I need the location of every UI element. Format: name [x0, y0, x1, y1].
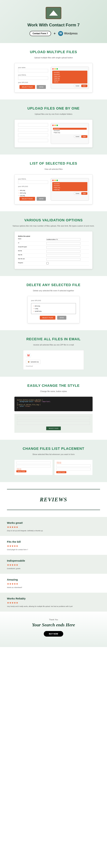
review-stars: ★★★★★: [7, 526, 100, 528]
file-item[interactable]: document2: [53, 185, 87, 187]
review-stars: ★★★★★: [7, 601, 100, 604]
section-delete: DELETE ANY SELECTED FILE Delete any sele…: [0, 276, 107, 330]
review-item: Amazing ★★★★★ Works as Advertised!!: [0, 574, 107, 593]
section-title: VARIOUS VALIDATION OPTIONS: [5, 218, 102, 222]
val-input-id[interactable]: [46, 242, 80, 245]
remove-icon[interactable]: ×: [33, 310, 34, 312]
styled-input[interactable]: [17, 416, 90, 420]
val-label: Name: [18, 238, 46, 241]
code-preview: button.button-primary.qbutton { backgrou…: [15, 397, 92, 411]
val-input-name[interactable]: [46, 238, 80, 241]
product-logo: [46, 7, 61, 19]
buy-now-button[interactable]: BUY NOW: [44, 631, 63, 637]
chip-name: xyzabf.png: [35, 310, 42, 312]
dialog-cancel-button[interactable]: Cancel: [74, 85, 81, 87]
select-button[interactable]: SELECT FILES: [16, 470, 26, 472]
email-preview: M 📦 Uploaded.zip Download: [23, 350, 84, 370]
file-item[interactable]: image2.jpg: [53, 189, 87, 190]
select-files-button[interactable]: SELECT FILES: [20, 197, 35, 201]
review-text: Good plugin for contact form 7: [7, 549, 100, 551]
label-upload: your UPLOAD: [18, 82, 48, 83]
review-stars: ★★★★★: [7, 563, 100, 566]
send-button[interactable]: SEND: [37, 85, 46, 89]
file-item[interactable]: image1.png: [53, 187, 87, 189]
remove-icon[interactable]: ×: [33, 308, 34, 309]
section-desc: Upload files one by one from multiple fo…: [5, 113, 102, 115]
header-section: Work With Contact Form 7 Contact Form 7 …: [0, 0, 107, 43]
file-item[interactable]: document2: [53, 130, 87, 132]
dialog-open-button[interactable]: Open: [81, 135, 87, 138]
dialog-cancel-button[interactable]: Cancel: [74, 192, 81, 195]
wordpress-icon: W: [58, 31, 63, 36]
input-row[interactable]: [18, 128, 48, 132]
placement-input[interactable]: [56, 468, 91, 470]
placement-input[interactable]: [16, 462, 51, 464]
val-input-size[interactable]: [46, 258, 80, 260]
val-input-min[interactable]: [46, 250, 80, 253]
section-placement: CHANGE FILES LIST PLACEMENT Show selecte…: [0, 440, 107, 482]
demo-upload-one: document1 document2 image1.png Cancel Op…: [15, 119, 92, 148]
select-files-button[interactable]: SELECT FILES: [40, 316, 55, 319]
placement-variant-1: × file1.png× file2.png SELECT FILES: [15, 460, 53, 475]
styled-button[interactable]: SELECT FILES: [46, 427, 61, 430]
remove-icon[interactable]: ×: [19, 190, 20, 191]
input-row[interactable]: [18, 123, 48, 127]
remove-icon[interactable]: ×: [19, 195, 20, 196]
section-email: RECEIVE ALL FILES IN EMAIL receive all s…: [0, 330, 107, 377]
file-item-selected[interactable]: document1: [53, 128, 87, 130]
styled-input[interactable]: [17, 421, 90, 425]
download-link[interactable]: Download: [26, 365, 33, 367]
file-item[interactable]: image1.png: [53, 75, 87, 77]
select-button[interactable]: SELECT FILES: [56, 471, 66, 473]
val-label: Required: [18, 262, 46, 265]
input-row[interactable]: [18, 139, 48, 142]
file-item[interactable]: document1: [53, 183, 87, 185]
section-list-files: LIST OF SELECTED FILES View all selected…: [0, 155, 107, 211]
remove-icon[interactable]: ×: [33, 305, 34, 307]
gmail-icon: M: [26, 353, 31, 358]
file-dialog: document1 document2 image1.png image2.jp…: [51, 67, 89, 89]
placement-variant-2: × file1.png× file2.png SELECT FILES: [54, 460, 92, 475]
attachment-chip[interactable]: 📦 Uploaded.zip: [26, 360, 41, 364]
placement-demo: × file1.png× file2.png SELECT FILES × fi…: [15, 460, 92, 475]
delete-files-box: ×abcf.png ×c.png ×xyzabf.png: [31, 303, 76, 314]
review-title: Amazing: [7, 578, 100, 581]
dialog-traffic-lights: [52, 180, 87, 181]
footer-thanks: Thank You: [3, 619, 104, 621]
dialog-open-button[interactable]: Open: [81, 85, 87, 87]
selected-files-list: ×abc.png ×abc1.png ×xyz.png: [18, 189, 48, 197]
review-item: Fits the bill ★★★★★ Good plugin for cont…: [0, 536, 107, 555]
file-chip: ×abc1.png: [18, 192, 48, 194]
val-label: Id: [18, 242, 46, 245]
placement-input[interactable]: [16, 465, 51, 467]
input-email[interactable]: [18, 76, 48, 80]
val-checkbox-required[interactable]: [46, 262, 49, 265]
send-button[interactable]: SEND: [37, 197, 46, 201]
file-item[interactable]: notes.txt: [53, 81, 87, 83]
remove-icon[interactable]: ×: [19, 192, 20, 194]
dialog-traffic-lights: [52, 68, 87, 70]
placement-input[interactable]: [56, 465, 91, 467]
input-name[interactable]: [18, 69, 48, 72]
review-title: Fits the bill: [7, 540, 100, 543]
val-input-types[interactable]: [46, 246, 80, 249]
send-button[interactable]: SEND: [57, 316, 66, 319]
code-line: button.button-primary.qbutton {: [17, 399, 43, 401]
demo-list-files: your EMAIL your UPLOAD ×abc.png ×abc1.pn…: [15, 175, 92, 204]
select-files-button[interactable]: SELECT FILES: [20, 85, 35, 89]
dialog-cancel-button[interactable]: Cancel: [74, 135, 81, 138]
mountain-icon: [49, 10, 58, 16]
section-desc: Change file name, button styles: [5, 390, 102, 392]
file-item[interactable]: design.psd: [53, 79, 87, 81]
review-title: Works great!: [7, 521, 100, 524]
file-item[interactable]: document1: [53, 71, 87, 73]
file-item[interactable]: image1.png: [53, 132, 87, 133]
input-email[interactable]: [18, 180, 48, 184]
dialog-open-button[interactable]: Open: [81, 192, 87, 195]
validation-header: Multiline files upload: [18, 235, 89, 238]
file-chip: ×abc.png: [18, 189, 48, 192]
val-input-max[interactable]: [46, 254, 80, 256]
file-item[interactable]: document2: [53, 73, 87, 75]
file-item[interactable]: image2.jpg: [53, 77, 87, 79]
input-row[interactable]: [18, 133, 48, 137]
